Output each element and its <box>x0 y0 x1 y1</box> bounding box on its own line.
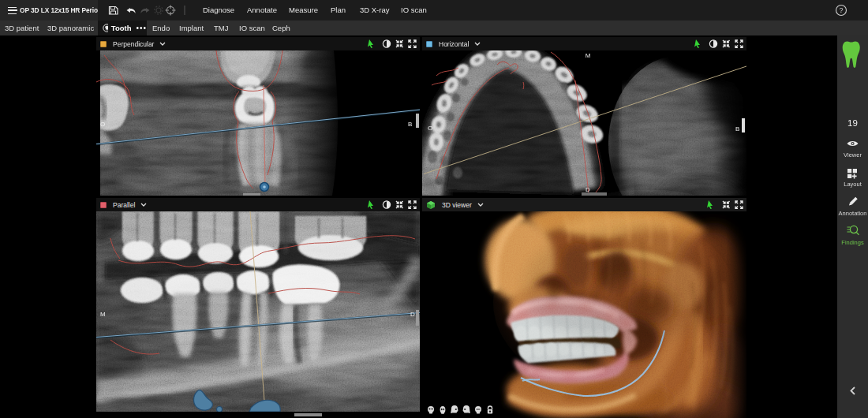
svg-text:M: M <box>100 311 106 318</box>
svg-text:M: M <box>586 52 591 59</box>
svg-text:Findings: Findings <box>841 239 864 246</box>
svg-text:Layout: Layout <box>844 181 862 188</box>
svg-text:Viewer: Viewer <box>844 151 862 159</box>
svg-text:?: ? <box>839 6 843 14</box>
svg-text:O: O <box>428 125 432 132</box>
svg-text:O: O <box>100 121 105 128</box>
svg-text:D: D <box>586 186 590 193</box>
svg-text:B: B <box>408 121 412 128</box>
svg-text:19: 19 <box>847 118 858 128</box>
svg-text:Annotation: Annotation <box>839 210 867 217</box>
svg-text:D: D <box>410 311 415 318</box>
svg-text:B: B <box>735 125 739 132</box>
